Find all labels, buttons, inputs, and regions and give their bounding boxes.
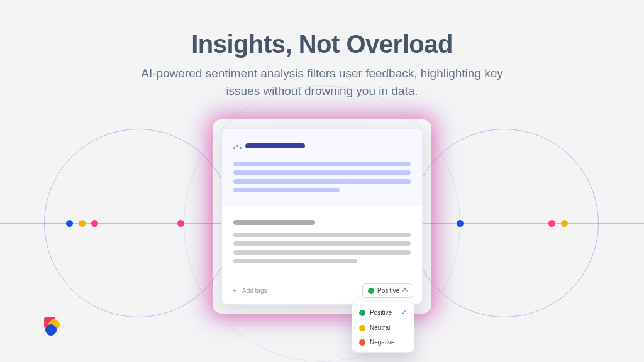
detail-line (233, 241, 411, 246)
detail-line (233, 259, 357, 263)
plus-icon: + (231, 287, 238, 295)
summary-title-row (233, 139, 411, 157)
sentiment-option-neutral[interactable]: Neutral (355, 321, 411, 335)
sentiment-dropdown: Positive ✓ Neutral Negative (352, 302, 414, 353)
sentiment-current-label: Positive (377, 287, 399, 294)
axis-dot (79, 220, 86, 227)
add-tags-button[interactable]: + Add tags (231, 287, 267, 295)
sentiment-option-positive[interactable]: Positive ✓ (355, 305, 411, 321)
axis-dot (91, 220, 98, 227)
axis-dot (177, 220, 184, 227)
sentiment-option-label: Negative (370, 339, 394, 346)
sentiment-dot-icon (359, 339, 365, 346)
feedback-card: + Add tags Positive Positive ✓ (221, 128, 423, 305)
sentiment-select-button[interactable]: Positive (362, 283, 413, 298)
sentiment-option-label: Positive (370, 309, 392, 316)
axis-dot (457, 220, 464, 227)
check-icon: ✓ (401, 309, 407, 317)
card-footer: + Add tags Positive Positive ✓ (222, 277, 422, 304)
detail-line (233, 233, 411, 237)
summary-line (233, 188, 340, 192)
summary-line (233, 179, 411, 184)
detail-line (233, 250, 411, 255)
sentiment-option-label: Neutral (370, 324, 390, 331)
sentiment-dot-icon (368, 288, 374, 294)
logo-shape (45, 324, 57, 336)
brand-logo (44, 317, 63, 336)
page-title: Insights, Not Overload (0, 30, 644, 58)
detail-title-placeholder (233, 220, 315, 225)
axis-dot (548, 220, 555, 227)
card-body: + Add tags Positive Positive ✓ (221, 128, 423, 305)
card-detail-section (222, 206, 422, 277)
sentiment-option-negative[interactable]: Negative (355, 335, 411, 349)
sentiment-dot-icon (359, 310, 365, 316)
add-tags-label: Add tags (242, 287, 267, 294)
chevron-up-icon (402, 288, 408, 293)
axis-dot (561, 220, 568, 227)
summary-line (233, 170, 411, 175)
summary-title-placeholder (245, 143, 305, 148)
sentiment-dot-icon (359, 325, 365, 331)
summary-line (233, 162, 411, 166)
axis-dot (66, 220, 73, 227)
card-summary-section (222, 129, 422, 206)
sparkle-icon (233, 147, 242, 149)
